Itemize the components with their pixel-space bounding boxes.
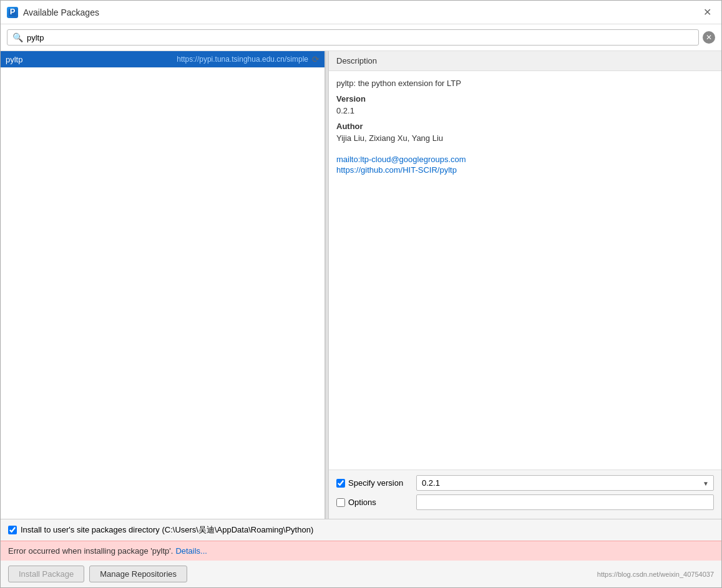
install-user-label: Install to user's site packages director… (21, 524, 313, 536)
svg-text:P: P (10, 8, 16, 16)
install-checkbox-row: Install to user's site packages director… (1, 519, 721, 541)
author-label: Author (336, 122, 714, 131)
email-link[interactable]: mailto:ltp-cloud@googlegroups.com (336, 155, 714, 164)
search-input-wrapper: 🔍 (7, 29, 699, 46)
search-icon: 🔍 (12, 32, 23, 42)
package-name: pyltp (6, 55, 177, 64)
manage-repositories-button[interactable]: Manage Repositories (89, 566, 187, 582)
version-options: Specify version 0.2.1 0.2.0 0.1.9 Option… (329, 470, 721, 519)
description-header: Description (329, 51, 721, 71)
description-content: pyltp: the python extension for LTP Vers… (329, 71, 721, 470)
bottom-section: Install to user's site packages director… (1, 519, 721, 587)
version-value: 0.2.1 (336, 106, 714, 115)
options-input[interactable] (416, 494, 714, 510)
main-content: pyltp https://pypi.tuna.tsinghua.edu.cn/… (1, 51, 721, 519)
install-user-checkbox[interactable] (8, 526, 17, 534)
clear-search-button[interactable]: ✕ (703, 31, 715, 44)
package-list-panel: pyltp https://pypi.tuna.tsinghua.edu.cn/… (1, 51, 325, 519)
action-bar: Install Package Manage Repositories http… (1, 561, 721, 587)
list-item[interactable]: pyltp https://pypi.tuna.tsinghua.edu.cn/… (1, 51, 324, 68)
action-buttons: Install Package Manage Repositories (8, 566, 187, 582)
error-message: Error occurred when installing package '… (8, 546, 173, 556)
version-select-wrapper: 0.2.1 0.2.0 0.1.9 (416, 475, 714, 491)
install-package-button[interactable]: Install Package (8, 566, 84, 582)
description-panel: Description pyltp: the python extension … (329, 51, 721, 519)
search-bar: 🔍 ✕ (1, 24, 721, 51)
options-checkbox[interactable] (336, 498, 345, 507)
refresh-icon[interactable]: ⟳ (312, 54, 320, 64)
options-label: Options (336, 498, 411, 507)
search-input[interactable] (27, 33, 693, 42)
specify-version-checkbox[interactable] (336, 479, 345, 488)
specify-version-row: Specify version 0.2.1 0.2.0 0.1.9 (336, 475, 714, 491)
options-row: Options (336, 494, 714, 510)
status-url: https://blog.csdn.net/weixin_40754037 (597, 571, 714, 578)
github-link[interactable]: https://github.com/HIT-SCIR/pyltp (336, 165, 714, 175)
package-url: https://pypi.tuna.tsinghua.edu.cn/simple (177, 55, 308, 64)
author-value: Yijia Liu, Zixiang Xu, Yang Liu (336, 133, 714, 143)
title-bar-left: P Available Packages (7, 7, 99, 18)
error-details-link[interactable]: Details... (175, 546, 207, 556)
package-description-title: pyltp: the python extension for LTP (336, 79, 714, 88)
package-list: pyltp https://pypi.tuna.tsinghua.edu.cn/… (1, 51, 324, 519)
available-packages-window: P Available Packages ✕ 🔍 ✕ pyltp https:/… (0, 0, 722, 588)
version-select[interactable]: 0.2.1 0.2.0 0.1.9 (416, 475, 714, 491)
title-bar: P Available Packages ✕ (1, 1, 721, 24)
specify-version-label: Specify version (336, 478, 411, 488)
error-bar: Error occurred when installing package '… (1, 541, 721, 561)
version-label: Version (336, 94, 714, 104)
close-button[interactable]: ✕ (699, 4, 715, 21)
app-icon: P (7, 7, 18, 18)
window-title: Available Packages (23, 7, 99, 17)
